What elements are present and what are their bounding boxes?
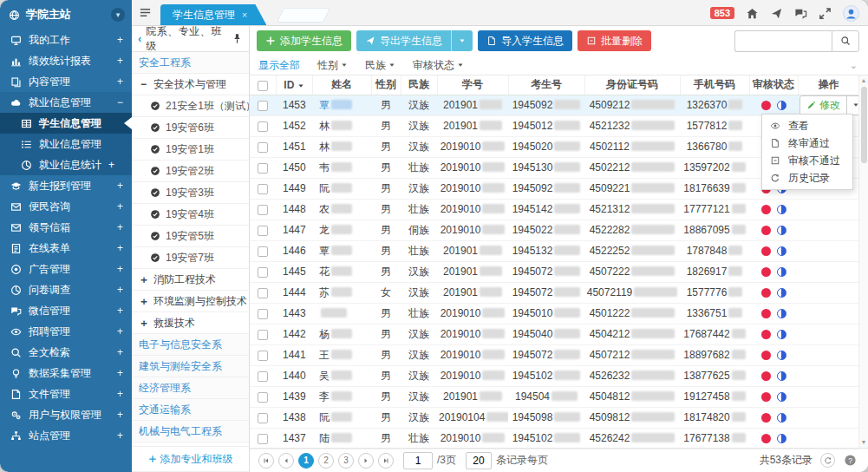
collapse-panel-icon[interactable]: ‹ [138, 32, 141, 45]
scroll-down-icon[interactable]: ▼ [861, 437, 867, 448]
row-checkbox[interactable] [258, 330, 268, 340]
sidebar-subitem-1[interactable]: 就业信息管理 [0, 134, 132, 154]
row-checkbox[interactable] [258, 288, 268, 298]
menu-toggle-icon[interactable] [139, 6, 152, 19]
first-page-button[interactable] [258, 453, 274, 469]
edit-dropdown-toggle[interactable] [846, 96, 859, 115]
sidebar-item-15[interactable]: 用户与权限管理+ [0, 404, 132, 425]
messages-icon[interactable] [794, 7, 807, 20]
sidebar-item-12[interactable]: 全文检索+ [0, 342, 132, 363]
last-page-button[interactable] [378, 453, 394, 469]
edit-button[interactable]: 修改 [800, 96, 846, 115]
row-menu-item-2[interactable]: 审核不通过 [762, 152, 852, 169]
tree-class-4[interactable]: 19安管3班 [132, 182, 249, 204]
tree-dept-active[interactable]: 安全工程系 [132, 52, 249, 74]
page-button-2[interactable]: 2 [318, 453, 334, 469]
tree-major-2[interactable]: ＋环境监测与控制技术 [132, 291, 249, 312]
tree-class-0[interactable]: 21安全1班（测试） [132, 95, 249, 117]
row-checkbox[interactable] [258, 351, 268, 361]
row-checkbox[interactable] [258, 205, 268, 215]
tree-class-1[interactable]: 19安管6班 [132, 117, 249, 139]
sidebar-item-3[interactable]: 就业信息管理− [0, 92, 132, 113]
tree-class-7[interactable]: 19安管7班 [132, 247, 249, 269]
row-checkbox[interactable] [258, 184, 268, 194]
row-checkbox[interactable] [258, 246, 268, 257]
home-icon[interactable] [746, 7, 759, 20]
scrollbar-thumb[interactable] [861, 87, 867, 163]
page-size-input[interactable] [466, 452, 492, 469]
next-page-button[interactable] [358, 453, 374, 469]
column-header-0[interactable]: ID [276, 75, 312, 95]
sidebar-item-14[interactable]: 文件管理+ [0, 384, 132, 404]
sidebar-item-6[interactable]: 领导信箱+ [0, 217, 132, 238]
filter-0[interactable]: 性别 [317, 58, 348, 73]
sidebar-subitem-2[interactable]: 就业信息统计+ [0, 154, 132, 175]
filter-1[interactable]: 民族 [365, 58, 395, 73]
tree-dept-0[interactable]: 电子与信息安全系 [132, 334, 249, 356]
sidebar-item-16[interactable]: 站点管理+ [0, 425, 132, 446]
tree-major-1[interactable]: ＋消防工程技术 [132, 269, 249, 291]
import-student-button[interactable]: 导入学生信息 [478, 30, 572, 51]
tree-dept-3[interactable]: 交通运输系 [132, 399, 249, 421]
sidebar-item-11[interactable]: 招聘管理+ [0, 321, 132, 342]
row-checkbox[interactable] [258, 434, 268, 444]
help-button[interactable] [843, 453, 858, 468]
sidebar-item-9[interactable]: 问卷调查+ [0, 279, 132, 300]
sidebar-item-7[interactable]: 在线表单+ [0, 238, 132, 259]
row-menu-item-3[interactable]: 历史记录 [762, 169, 852, 187]
batch-delete-button[interactable]: 批量删除 [578, 30, 651, 51]
sidebar-item-2[interactable]: 内容管理+ [0, 71, 132, 92]
notification-badge[interactable]: 853 [710, 7, 734, 19]
tree-class-6[interactable]: 19安管5班 [132, 226, 249, 247]
refresh-button[interactable] [820, 453, 835, 468]
row-checkbox[interactable] [258, 121, 268, 132]
row-checkbox[interactable] [258, 163, 268, 174]
scroll-up-icon[interactable]: ▲ [861, 75, 867, 86]
export-dropdown-toggle[interactable] [451, 30, 473, 51]
sidebar-item-10[interactable]: 微信管理+ [0, 300, 132, 321]
tab-student-info[interactable]: 学生信息管理 × [160, 4, 266, 25]
sidebar-item-1[interactable]: 绩效统计报表+ [0, 50, 132, 71]
row-checkbox[interactable] [258, 226, 268, 236]
tree-major-0[interactable]: −安全技术与管理 [132, 74, 249, 95]
sidebar-item-4[interactable]: 新生报到管理+ [0, 175, 132, 196]
sidebar-item-8[interactable]: 广告管理+ [0, 259, 132, 279]
export-student-button[interactable]: 导出学生信息 [356, 30, 451, 51]
row-checkbox[interactable] [258, 142, 268, 153]
prev-page-button[interactable] [278, 453, 294, 469]
vertical-scrollbar[interactable]: ▲ ▼ [858, 75, 868, 448]
pin-icon[interactable] [232, 33, 243, 44]
row-checkbox[interactable] [258, 309, 268, 319]
filter-show-all[interactable]: 显示全部 [258, 58, 300, 73]
tree-dept-2[interactable]: 经济管理系 [132, 377, 249, 399]
sidebar-item-13[interactable]: 数据采集管理+ [0, 363, 132, 384]
filter-collapse-icon[interactable]: ⌄ [850, 60, 858, 71]
add-major-class-button[interactable]: 添加专业和班级 [132, 446, 249, 472]
tree-dept-4[interactable]: 机械与电气工程系 [132, 421, 249, 442]
user-avatar[interactable] [843, 5, 859, 22]
tree-class-2[interactable]: 19安管1班 [132, 139, 249, 161]
row-checkbox[interactable] [258, 392, 268, 403]
send-icon[interactable] [770, 7, 783, 20]
tree-dept-1[interactable]: 建筑与测绘安全系 [132, 356, 249, 377]
sidebar-item-0[interactable]: 我的工作+ [0, 30, 132, 50]
sidebar-subitem-0[interactable]: 学生信息管理 [0, 113, 132, 134]
tree-major-3[interactable]: ＋救援技术 [132, 312, 249, 334]
tab-close-icon[interactable]: × [242, 4, 247, 25]
row-menu-item-0[interactable]: 查看 [762, 117, 852, 134]
row-checkbox[interactable] [258, 101, 268, 111]
fullscreen-icon[interactable] [819, 7, 832, 20]
page-button-1[interactable]: 1 [298, 453, 314, 469]
select-all-checkbox[interactable] [258, 81, 268, 91]
sidebar-item-5[interactable]: 便民咨询+ [0, 196, 132, 217]
tree-class-3[interactable]: 19安管2班 [132, 161, 249, 182]
add-student-button[interactable]: 添加学生信息 [257, 30, 351, 51]
search-input[interactable] [734, 30, 832, 52]
tree-class-5[interactable]: 19安管4班 [132, 204, 249, 226]
row-menu-item-1[interactable]: 终审通过 [762, 134, 852, 152]
filter-2[interactable]: 审核状态 [413, 58, 464, 73]
row-checkbox[interactable] [258, 371, 268, 382]
page-input[interactable] [403, 452, 433, 469]
sidebar-collapse-button[interactable]: ▾ [111, 8, 125, 22]
search-button[interactable] [832, 30, 859, 52]
